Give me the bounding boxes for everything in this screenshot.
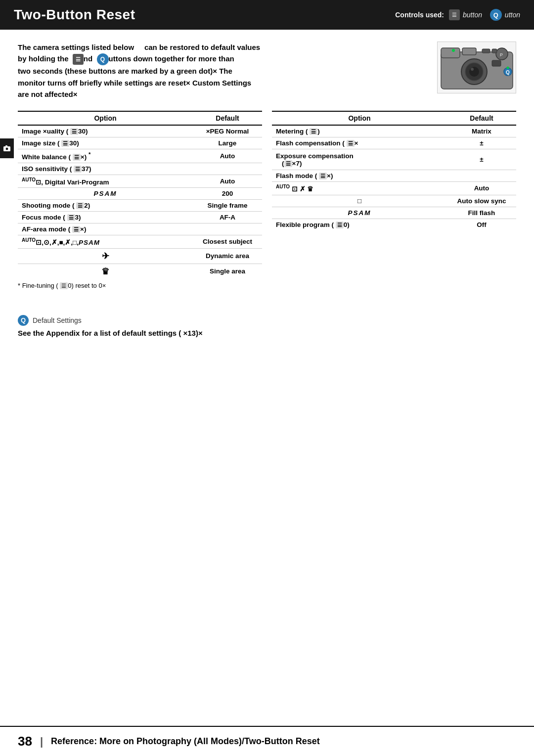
default-cell: 200 xyxy=(193,188,262,200)
option-cell: ✈ xyxy=(18,248,193,264)
option-cell: AUTO⊡,⊙,✗,■,✗,□,PSAM xyxy=(18,235,193,249)
sidebar-camera-icon xyxy=(0,138,14,158)
footer-default-settings: Q Default Settings xyxy=(18,315,516,326)
intro-line1: The camera settings listed below can be … xyxy=(18,42,427,100)
title-bar: Two-Button Reset Controls used: ☰ button… xyxy=(0,0,534,30)
menu-button-icon: ☰ xyxy=(449,9,460,20)
svg-rect-5 xyxy=(462,48,476,55)
table-row: White balance ( ☰×) * Auto xyxy=(18,149,262,163)
table-row: Exposure compensation(☰×7) ± xyxy=(272,149,516,170)
intro-section: The camera settings listed below can be … xyxy=(18,42,516,100)
svg-point-9 xyxy=(471,68,474,71)
tables-container: Option Default Image ×uality ( ☰30) ×PEG… xyxy=(18,111,516,290)
table-row: Focus mode ( ☰3) AF-A xyxy=(18,212,262,223)
camera-diagram: P Q xyxy=(437,42,516,93)
default-cell: ± xyxy=(447,149,516,170)
table-row: Flash mode ( ☰×) xyxy=(272,170,516,182)
intro-text: The camera settings listed below can be … xyxy=(18,42,437,100)
option-cell: AUTO ⊡ ✗ ♛ xyxy=(272,182,447,195)
default-cell xyxy=(193,223,262,235)
table-row: Flexible program ( ☰0) Off xyxy=(272,219,516,230)
right-settings-table: Option Default Metering ( ☰) Matrix Flas… xyxy=(272,111,516,230)
svg-rect-4 xyxy=(441,48,460,58)
option-cell: Shooting mode ( ☰2) xyxy=(18,200,193,212)
footer-section: Q Default Settings See the Appendix for … xyxy=(0,315,534,337)
table-row: AUTO⊡, Digital Vari-Program Auto xyxy=(18,175,262,188)
option-cell: PSAM xyxy=(272,207,447,219)
table-row: Flash compensation ( ☰× ± xyxy=(272,137,516,149)
option-cell: Flash mode ( ☰×) xyxy=(272,170,447,182)
option-cell: Focus mode ( ☰3) xyxy=(18,212,193,223)
footer-see-appendix: See the Appendix for a list of default s… xyxy=(18,329,516,337)
option-cell: ♛ xyxy=(18,264,193,279)
page-number: 38 xyxy=(18,734,32,749)
svg-text:Q: Q xyxy=(506,70,510,75)
option-cell: Image ×uality ( ☰30) xyxy=(18,125,193,137)
page-title: Two-Button Reset xyxy=(14,7,135,23)
table-row: PSAM 200 xyxy=(18,188,262,200)
option-cell: Image size ( ☰30) xyxy=(18,137,193,149)
table-row: AF-area mode ( ☰×) xyxy=(18,223,262,235)
page-footer: 38 | Reference: More on Photography (All… xyxy=(0,726,534,756)
option-cell: ISO sensitivity ( ☰37) xyxy=(18,163,193,175)
table-row: AUTO⊡,⊙,✗,■,✗,□,PSAM Closest subject xyxy=(18,235,262,249)
svg-point-8 xyxy=(469,67,479,77)
button2-label: utton xyxy=(505,11,520,19)
inline-menu-icon: ☰ xyxy=(73,54,84,65)
option-cell: AF-area mode ( ☰×) xyxy=(18,223,193,235)
option-cell: Metering ( ☰) xyxy=(272,125,447,137)
table-row: Image size ( ☰30) Large xyxy=(18,137,262,149)
default-cell: Fill flash xyxy=(447,207,516,219)
table-row: ISO sensitivity ( ☰37) xyxy=(18,163,262,175)
table-row: ✈ Dynamic area xyxy=(18,248,262,264)
option-cell: White balance ( ☰×) * xyxy=(18,149,193,163)
footer-q-icon: Q xyxy=(18,315,29,326)
fine-tuning-note: * Fine-tuning ( ☰0) reset to 0× xyxy=(18,279,262,290)
default-cell xyxy=(193,163,262,175)
default-cell: Single area xyxy=(193,264,262,279)
table-row: Metering ( ☰) Matrix xyxy=(272,125,516,137)
left-table: Option Default Image ×uality ( ☰30) ×PEG… xyxy=(18,111,262,290)
default-cell: Matrix xyxy=(447,125,516,137)
option-cell: AUTO⊡, Digital Vari-Program xyxy=(18,175,193,188)
right-default-header: Default xyxy=(447,111,516,125)
right-option-header: Option xyxy=(272,111,447,125)
svg-text:P: P xyxy=(500,52,503,57)
table-row: PSAM Fill flash xyxy=(272,207,516,219)
left-settings-table: Option Default Image ×uality ( ☰30) ×PEG… xyxy=(18,111,262,279)
option-cell: □ xyxy=(272,195,447,207)
left-option-header: Option xyxy=(18,111,193,125)
q-button-icon: Q xyxy=(490,9,502,21)
table-row: Shooting mode ( ☰2) Single frame xyxy=(18,200,262,212)
default-cell: ×PEG Normal xyxy=(193,125,262,137)
option-cell: PSAM xyxy=(18,188,193,200)
inline-q-icon: Q xyxy=(97,53,109,65)
default-cell: AF-A xyxy=(193,212,262,223)
left-default-header: Default xyxy=(193,111,262,125)
default-cell: Single frame xyxy=(193,200,262,212)
option-cell: Flash compensation ( ☰× xyxy=(272,137,447,149)
table-row: ♛ Single area xyxy=(18,264,262,279)
default-cell: ± xyxy=(447,137,516,149)
table-row: □ Auto slow sync xyxy=(272,195,516,207)
default-cell: Off xyxy=(447,219,516,230)
default-cell: Auto xyxy=(447,182,516,195)
button1-label: button xyxy=(463,11,482,19)
svg-point-17 xyxy=(452,49,455,52)
controls-used: Controls used: ☰ button Q utton xyxy=(395,9,520,21)
svg-point-18 xyxy=(506,66,509,69)
table-row: Image ×uality ( ☰30) ×PEG Normal xyxy=(18,125,262,137)
default-cell: Closest subject xyxy=(193,235,262,249)
option-cell: Flexible program ( ☰0) xyxy=(272,219,447,230)
default-cell: Auto xyxy=(193,175,262,188)
footer-default-label: Default Settings xyxy=(33,316,82,324)
main-content: The camera settings listed below can be … xyxy=(0,30,534,300)
default-cell: Auto xyxy=(193,149,262,163)
page-footer-text: Reference: More on Photography (All Mode… xyxy=(51,736,320,747)
svg-rect-13 xyxy=(492,49,497,53)
svg-point-1 xyxy=(5,147,8,150)
controls-label: Controls used: xyxy=(395,11,444,19)
svg-rect-2 xyxy=(5,145,7,147)
default-cell: Auto slow sync xyxy=(447,195,516,207)
svg-rect-16 xyxy=(492,60,501,66)
